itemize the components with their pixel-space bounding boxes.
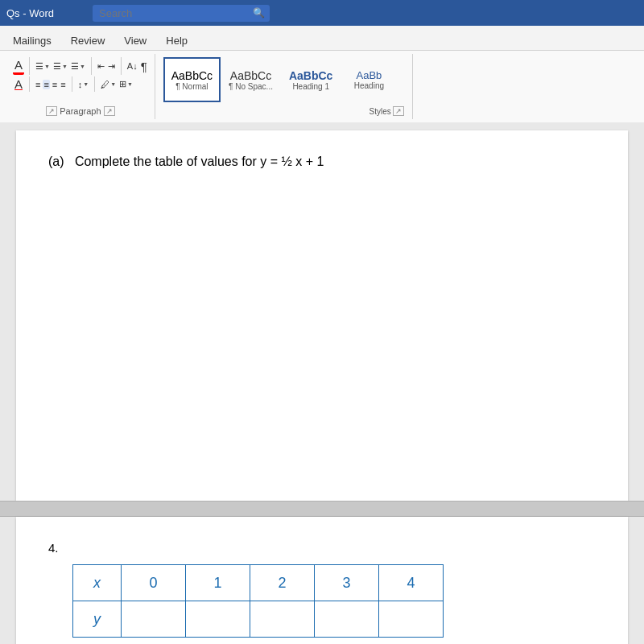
style-heading1[interactable]: AaBbCc Heading 1 [281,57,341,102]
line-spacing-btn[interactable]: ↕▼ [77,80,89,89]
style-h2-preview: AaBb [357,69,382,81]
styles-label: Styles [369,107,391,116]
font-color-btn[interactable]: A [13,57,24,75]
shading-btn[interactable]: 🖊▼ [100,80,117,89]
align-left-btn[interactable]: ≡ [35,80,41,89]
indent-controls: A ☰▼ ☰▼ ☰▼ ⇤ ⇥ A↓ ¶ A ≡ ≡ ≡ ≡ [13,57,148,103]
align-right-btn[interactable]: ≡ [52,80,58,89]
tab-mailings[interactable]: Mailings [3,31,61,50]
x-val-2: 2 [250,565,315,601]
list-btn-2[interactable]: ☰▼ [52,61,68,72]
y-val-1[interactable] [186,601,250,638]
style-h2-name: Heading [354,81,384,90]
table-row-y: y [73,601,444,638]
paragraph-dialog-icon[interactable]: ↗ [104,106,115,116]
y-label: y [73,601,122,638]
search-icon: 🔍 [253,7,265,19]
ribbon-group-indent: A ☰▼ ☰▼ ☰▼ ⇤ ⇥ A↓ ¶ A ≡ ≡ ≡ ≡ [6,54,155,119]
tab-help[interactable]: Help [156,31,197,50]
x-val-1: 1 [186,565,250,601]
underline-font-btn[interactable]: A [13,76,24,92]
ribbon-content: A ☰▼ ☰▼ ☰▼ ⇤ ⇥ A↓ ¶ A ≡ ≡ ≡ ≡ [0,50,644,122]
list-indent-btn[interactable]: ☰▼ [70,61,86,72]
ribbon-tabs: Mailings Review View Help [0,26,644,50]
style-nospac-preview: AaBbCc [230,69,271,82]
style-normal-preview: AaBbCc [171,69,213,82]
page-divider [0,501,644,517]
x-val-0: 0 [122,565,186,601]
style-normal-name: ¶ Normal [175,82,208,91]
document-page-1: (a) Complete the table of values for y =… [16,130,628,501]
pilcrow-btn[interactable]: ¶ [140,60,148,73]
ribbon-group-styles: AaBbCc ¶ Normal AaBbCc ¶ No Spac... AaBb… [155,54,413,119]
question-number: 4. [48,541,596,555]
divider2 [91,57,92,75]
y-val-3[interactable] [315,601,379,638]
style-h1-name: Heading 1 [292,82,329,91]
style-normal[interactable]: AaBbCc ¶ Normal [163,57,221,102]
tab-view[interactable]: View [114,31,156,50]
divider1 [29,57,30,75]
paragraph-label: Paragraph [60,106,101,116]
decrease-indent-btn[interactable]: ⇤ [97,61,105,72]
align-center-btn[interactable]: ≡ [43,80,49,89]
style-nospac-name: ¶ No Spac... [229,82,273,91]
app-title: Qs - Word [6,7,54,19]
search-container: 🔍 [93,5,270,22]
x-val-4: 4 [379,565,444,601]
divider5 [72,76,72,92]
x-label: x [73,565,122,601]
divider3 [121,57,122,75]
ribbon-row-bottom: A ≡ ≡ ≡ ≡ ↕▼ 🖊▼ ⊞▼ [13,76,148,92]
divider4 [29,76,30,92]
justify-btn[interactable]: ≡ [60,80,66,89]
question-content: Complete the table of values for y = ½ x… [75,155,324,168]
divider6 [94,76,95,92]
style-heading2[interactable]: AaBb Heading [341,57,397,102]
y-val-0[interactable] [122,601,186,638]
style-h1-preview: AaBbCc [289,69,332,82]
table-row-x: x 0 1 2 3 4 [73,565,444,601]
question-a-text: (a) Complete the table of values for y =… [48,155,596,169]
paragraph-expand-icon[interactable]: ↗ [46,106,57,116]
document-area: (a) Complete the table of values for y =… [0,122,644,644]
increase-indent-btn[interactable]: ⇥ [107,61,116,72]
style-no-spac[interactable]: AaBbCc ¶ No Spac... [221,57,281,102]
styles-row: AaBbCc ¶ Normal AaBbCc ¶ No Spac... AaBb… [163,57,404,102]
tab-review[interactable]: Review [61,31,115,50]
x-val-3: 3 [315,565,379,601]
y-val-4[interactable] [379,601,444,638]
ribbon-row-top: A ☰▼ ☰▼ ☰▼ ⇤ ⇥ A↓ ¶ [13,57,148,75]
y-val-2[interactable] [250,601,315,638]
values-table: x 0 1 2 3 4 y [72,564,444,638]
question-label: (a) [48,155,64,168]
search-input[interactable] [93,5,270,22]
list-btn-1[interactable]: ☰▼ [35,61,51,72]
document-page-2: 4. x 0 1 2 3 4 y (2) [16,517,628,644]
styles-expand-icon[interactable]: ↗ [393,106,404,116]
sort-btn[interactable]: A↓ [126,61,138,71]
border-btn[interactable]: ⊞▼ [118,79,134,89]
title-bar: Qs - Word 🔍 [0,0,644,26]
